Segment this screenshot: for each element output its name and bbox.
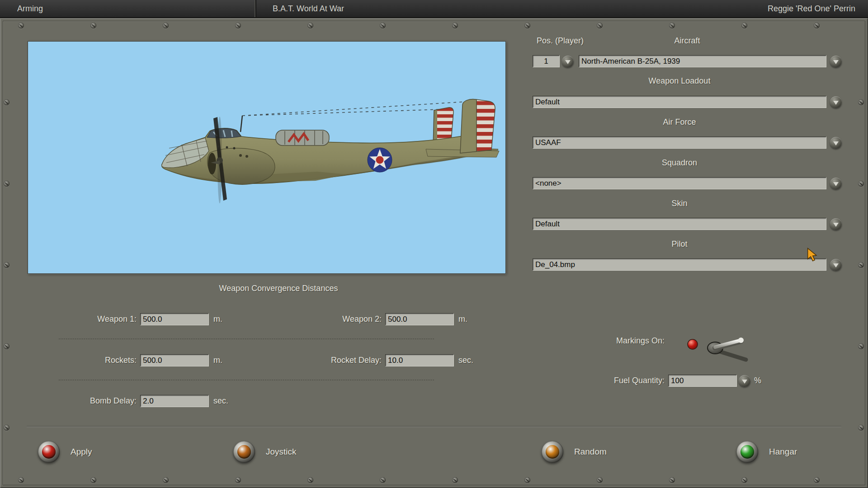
aircraft-preview — [28, 41, 506, 274]
dropdown-arrow-icon — [742, 380, 747, 384]
bomb-delay-unit: sec. — [213, 395, 241, 407]
tab-arming-label: Arming — [17, 4, 43, 14]
screw-icon — [380, 23, 386, 28]
squadron-label: Squadron — [533, 158, 826, 168]
arming-screen: Arming B.A.T. World At War Reggie 'Red O… — [0, 0, 868, 488]
joystick-label: Joystick — [266, 447, 297, 457]
dropdown-arrow-icon — [833, 182, 839, 186]
dropdown-arrow-icon — [833, 223, 839, 227]
weapon-loadout-dropdown-button[interactable] — [830, 96, 842, 108]
screw-icon — [4, 262, 9, 268]
weapon2-input[interactable] — [385, 313, 454, 325]
row-separator — [59, 380, 434, 380]
convergence-title: Weapon Convergence Distances — [143, 284, 414, 293]
dorsal-glazing — [276, 130, 329, 145]
pos-dropdown-button[interactable] — [562, 56, 574, 67]
pilot-label: Pilot — [533, 239, 826, 249]
rockets-label: Rockets: — [46, 354, 137, 366]
topbar: Arming B.A.T. World At War Reggie 'Red O… — [0, 0, 868, 18]
app-title: B.A.T. World At War — [255, 4, 344, 14]
screw-icon — [858, 262, 864, 268]
aircraft-image — [28, 42, 505, 273]
screw-icon — [741, 23, 747, 28]
random-led-icon — [542, 441, 563, 463]
weapon2-unit: m. — [458, 313, 486, 325]
hangar-led-icon — [736, 441, 758, 463]
rocket-delay-unit: sec. — [458, 354, 486, 366]
random-button[interactable]: Random — [542, 441, 607, 463]
screw-icon — [307, 477, 313, 483]
screw-icon — [90, 23, 96, 28]
aircraft-label: Aircraft — [588, 36, 787, 46]
pilot-input[interactable] — [533, 258, 826, 271]
row-separator — [59, 338, 434, 339]
indicator-light-icon — [688, 339, 698, 349]
screw-icon — [597, 477, 603, 483]
skin-dropdown-button[interactable] — [830, 218, 842, 230]
screw-icon — [741, 477, 747, 483]
toggle-shadow — [720, 352, 746, 360]
weapon2-label: Weapon 2: — [291, 313, 382, 325]
skin-input[interactable] — [533, 218, 826, 230]
divider — [27, 426, 841, 427]
random-label: Random — [574, 447, 607, 457]
air-force-input[interactable] — [533, 136, 826, 149]
squadron-input[interactable] — [533, 177, 826, 189]
dropdown-arrow-icon — [833, 60, 839, 64]
joystick-button[interactable]: Joystick — [233, 441, 297, 463]
screw-icon — [163, 23, 169, 28]
screw-icon — [524, 477, 530, 483]
squadron-dropdown-button[interactable] — [830, 178, 842, 189]
rockets-unit: m. — [213, 354, 241, 366]
screw-icon — [669, 23, 675, 28]
apply-led-icon — [38, 441, 60, 463]
screw-icon — [452, 477, 458, 483]
screw-icon — [4, 343, 9, 349]
pos-player-label: Pos. (Player) — [533, 36, 588, 46]
screw-icon — [163, 477, 169, 483]
dropdown-arrow-icon — [833, 263, 839, 267]
tab-arming[interactable]: Arming — [0, 0, 255, 17]
toggle-switch-icon — [684, 332, 756, 363]
screw-icon — [858, 425, 864, 431]
dropdown-arrow-icon — [565, 60, 571, 64]
screw-icon — [452, 23, 458, 28]
rocket-delay-input[interactable] — [385, 354, 454, 366]
pilot-dropdown-button[interactable] — [830, 259, 842, 271]
joystick-led-icon — [233, 441, 255, 463]
screw-icon — [307, 23, 313, 28]
weapon-loadout-label: Weapon Loadout — [533, 76, 826, 86]
screw-icon — [814, 23, 820, 28]
weapon1-input[interactable] — [140, 313, 209, 325]
hangar-label: Hangar — [769, 447, 797, 457]
rocket-delay-label: Rocket Delay: — [291, 354, 382, 366]
fuel-label: Fuel Quantity: — [542, 375, 665, 387]
weapon-loadout-input[interactable] — [533, 96, 826, 108]
fuel-input[interactable] — [668, 375, 737, 387]
apply-button[interactable]: Apply — [38, 441, 92, 463]
fuel-unit: % — [754, 375, 772, 387]
screw-icon — [858, 99, 864, 105]
screw-icon — [858, 343, 864, 349]
dropdown-arrow-icon — [833, 141, 839, 145]
pos-player-input[interactable] — [533, 55, 560, 67]
screw-icon — [4, 99, 9, 105]
screw-icon — [90, 477, 96, 483]
player-name: Reggie 'Red One' Perrin — [768, 4, 868, 14]
aircraft-input[interactable] — [579, 55, 826, 67]
hangar-button[interactable]: Hangar — [736, 441, 797, 463]
markings-label: Markings On: — [542, 335, 665, 347]
bomb-delay-input[interactable] — [140, 395, 209, 407]
rockets-input[interactable] — [140, 354, 209, 366]
fuel-dropdown-button[interactable] — [739, 375, 750, 387]
dropdown-arrow-icon — [833, 101, 839, 105]
screw-icon — [235, 23, 241, 28]
screw-icon — [4, 181, 9, 187]
apply-label: Apply — [71, 447, 92, 457]
skin-label: Skin — [533, 199, 826, 208]
screw-icon — [669, 477, 675, 483]
screw-icon — [18, 23, 24, 28]
air-force-dropdown-button[interactable] — [830, 137, 842, 149]
aircraft-dropdown-button[interactable] — [830, 56, 842, 67]
markings-toggle[interactable] — [684, 332, 756, 365]
